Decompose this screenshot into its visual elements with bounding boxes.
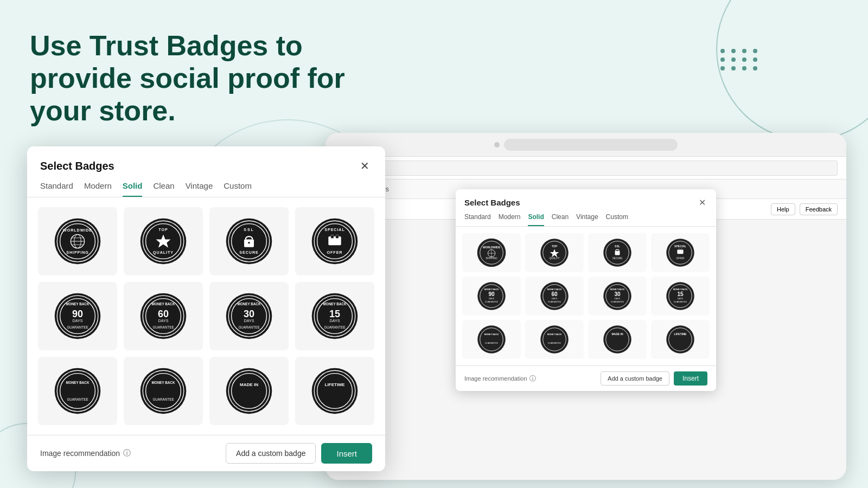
svg-text:30: 30 (614, 291, 621, 297)
main-tab-vintage[interactable]: Vintage (186, 181, 213, 197)
main-modal-badge-grid: WORLDWIDE SHIPPING TOP QUALITY (27, 197, 385, 435)
small-tab-custom[interactable]: Custom (606, 213, 628, 226)
svg-text:MONEY BACK: MONEY BACK (66, 302, 90, 306)
small-info-icon: ⓘ (529, 374, 536, 383)
main-badge-mb-extra-b[interactable]: MONEY BACK GUARANTEE (124, 357, 203, 425)
tablet-dot-1 (494, 142, 500, 147)
svg-text:90: 90 (488, 291, 495, 297)
small-badge-top-quality[interactable]: TOP QUALITY (525, 233, 584, 272)
svg-text:TOP: TOP (552, 245, 558, 248)
small-modal-close-button[interactable]: ✕ (697, 197, 707, 208)
main-tab-clean[interactable]: Clean (153, 181, 174, 197)
main-badge-worldwide-shipping[interactable]: WORLDWIDE SHIPPING (38, 207, 117, 275)
svg-text:GUARANTEE: GUARANTEE (324, 325, 345, 329)
small-badge-worldwide-shipping[interactable]: WORLDWIDE SHIPPING (462, 233, 521, 272)
svg-point-48 (477, 325, 506, 354)
main-tab-custom[interactable]: Custom (224, 181, 252, 197)
bg-circle-right (716, 0, 868, 141)
image-recommendation-label: Image recommendation (40, 449, 120, 458)
small-tab-vintage[interactable]: Vintage (576, 213, 598, 226)
svg-text:GUARANTEE: GUARANTEE (548, 342, 561, 344)
small-modal-badge-grid: WORLDWIDE SHIPPING TOP QUALITY (456, 227, 716, 365)
svg-text:OFFER: OFFER (327, 250, 343, 255)
main-modal-footer: Image recommendation ⓘ Add a custom badg… (27, 435, 385, 471)
svg-text:OFFER: OFFER (676, 257, 685, 260)
main-modal-close-button[interactable]: ✕ (357, 158, 372, 174)
svg-text:SECURE: SECURE (612, 257, 623, 260)
small-tab-modern[interactable]: Modern (499, 213, 521, 226)
svg-text:QUALITY: QUALITY (153, 250, 174, 255)
small-badge-mb-30[interactable]: MONEY BACK 30 DAYS GUARANTEE (588, 277, 647, 316)
main-badge-top-quality[interactable]: TOP QUALITY (124, 207, 203, 275)
hero-section: Use Trust Badges to provide social proof… (30, 30, 410, 127)
svg-text:MONEY BACK: MONEY BACK (547, 333, 562, 336)
main-tab-solid[interactable]: Solid (123, 181, 143, 197)
small-badge-made-in[interactable]: MADE IN (588, 320, 647, 359)
svg-text:WORLDWIDE: WORLDWIDE (63, 228, 92, 233)
main-badge-ssl-secure[interactable]: SSL SECURE (209, 207, 289, 275)
main-tab-modern[interactable]: Modern (84, 181, 112, 197)
insert-button[interactable]: Insert (321, 443, 372, 464)
svg-text:LIFETIME: LIFETIME (325, 382, 345, 387)
svg-point-83 (248, 242, 250, 244)
svg-text:GUARANTEE: GUARANTEE (611, 300, 624, 303)
svg-text:GUARANTEE: GUARANTEE (67, 397, 88, 401)
main-badge-mb-90days[interactable]: MONEY BACK 90 DAYS GUARANTEE (38, 282, 117, 350)
svg-text:15: 15 (677, 291, 684, 297)
main-select-badges-modal: Select Badges ✕ Standard Modern Solid Cl… (27, 146, 385, 471)
svg-text:MONEY BACK: MONEY BACK (484, 333, 499, 336)
small-tab-standard[interactable]: Standard (464, 213, 491, 226)
svg-text:SHIPPING: SHIPPING (486, 257, 497, 260)
small-modal-footer: Image recommendation ⓘ Add a custom badg… (456, 365, 716, 391)
main-badge-mb-30days[interactable]: MONEY BACK 30 DAYS GUARANTEE (209, 282, 289, 350)
svg-text:SPECIAL: SPECIAL (674, 245, 686, 248)
svg-text:DAYS: DAYS (72, 318, 82, 323)
help-button[interactable]: Help (771, 203, 795, 215)
small-modal-header: Select Badges ✕ (456, 189, 716, 208)
svg-text:DAYS: DAYS (615, 297, 621, 300)
main-modal-tabs: Standard Modern Solid Clean Vintage Cust… (27, 174, 385, 197)
small-badge-mb-15[interactable]: MONEY BACK 15 DAYS GUARANTEE (651, 277, 710, 316)
main-badge-mb-60days[interactable]: MONEY BACK 60 DAYS GUARANTEE (124, 282, 203, 350)
svg-text:DAYS: DAYS (678, 297, 684, 300)
add-custom-badge-button[interactable]: Add a custom badge (226, 443, 316, 464)
main-modal-header: Select Badges ✕ (27, 146, 385, 174)
svg-text:MONEY BACK: MONEY BACK (323, 302, 347, 306)
small-badge-mb-60[interactable]: MONEY BACK 60 DAYS GUARANTEE (525, 277, 584, 316)
small-modal-tabs: Standard Modern Solid Clean Vintage Cust… (456, 208, 716, 227)
small-tab-solid[interactable]: Solid (528, 213, 544, 226)
svg-text:60: 60 (158, 309, 169, 319)
svg-text:GUARANTEE: GUARANTEE (152, 325, 174, 329)
svg-text:90: 90 (72, 309, 83, 319)
small-badge-lifetime[interactable]: LIFETIME (651, 320, 710, 359)
small-insert-button[interactable]: Insert (674, 371, 707, 386)
svg-text:GUARANTEE: GUARANTEE (67, 325, 88, 329)
main-badge-made-in[interactable]: MADE IN (209, 357, 289, 425)
small-badge-special-offer[interactable]: SPECIAL OFFER (651, 233, 710, 272)
svg-point-59 (666, 325, 694, 354)
svg-text:15: 15 (329, 309, 340, 319)
tablet-mockup: 🔍 Search / Settings / Badges ngs Plan He… (326, 133, 846, 480)
svg-text:MONEY BACK: MONEY BACK (152, 302, 175, 306)
main-badge-mb-15days[interactable]: MONEY BACK 15 DAYS GUARANTEE (295, 282, 374, 350)
small-badge-mb-extra1[interactable]: MONEY BACK GUARANTEE (462, 320, 521, 359)
small-badge-ssl-secure[interactable]: SSL SECURE (588, 233, 647, 272)
main-badge-special-offer[interactable]: SPECIAL OFFER (295, 207, 374, 275)
svg-text:DAYS: DAYS (552, 297, 558, 300)
tablet-search-bar[interactable]: 🔍 Search (334, 160, 838, 176)
small-custom-badge-button[interactable]: Add a custom badge (601, 371, 669, 386)
small-badge-mb-extra2[interactable]: MONEY BACK GUARANTEE (525, 320, 584, 359)
tablet-url-bar (504, 139, 678, 151)
main-badge-mb-extra-a[interactable]: MONEY BACK GUARANTEE (38, 357, 117, 425)
main-badge-lifetime[interactable]: LIFETIME (295, 357, 374, 425)
bg-dots (720, 49, 760, 70)
svg-text:SSL: SSL (615, 245, 620, 248)
small-badge-mb-90[interactable]: MONEY BACK 90 DAYS GUARANTEE (462, 277, 521, 316)
svg-rect-22 (679, 249, 680, 250)
small-tab-clean[interactable]: Clean (552, 213, 569, 226)
svg-text:WORLDWIDE: WORLDWIDE (483, 246, 501, 249)
svg-text:GUARANTEE: GUARANTEE (548, 300, 561, 303)
svg-text:DAYS: DAYS (244, 318, 254, 323)
main-tab-standard[interactable]: Standard (40, 181, 73, 197)
feedback-button[interactable]: Feedback (800, 203, 838, 215)
